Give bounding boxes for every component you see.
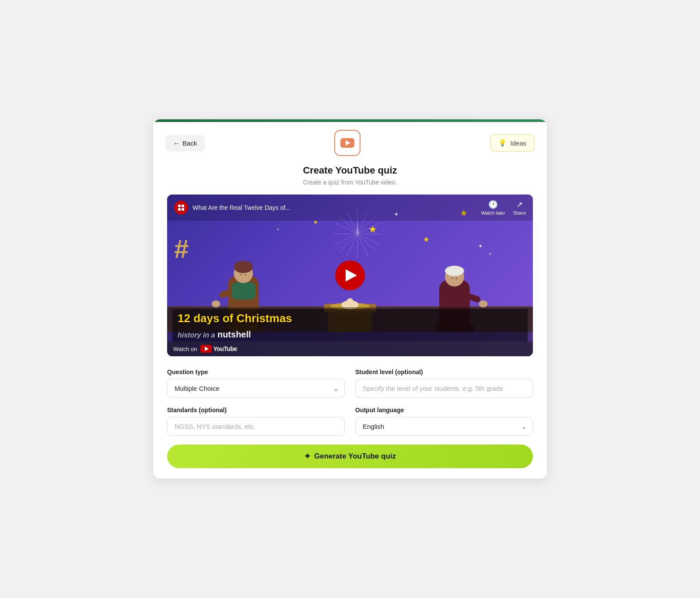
youtube-play-icon	[340, 138, 354, 148]
share-ctrl[interactable]: ↗ Share	[513, 200, 526, 216]
svg-point-41	[445, 266, 464, 276]
svg-point-42	[452, 278, 453, 279]
page-container: ← Back 💡 Ideas Create YouTube quiz Creat…	[153, 119, 547, 479]
back-button[interactable]: ← Back	[165, 135, 205, 151]
svg-point-26	[234, 261, 253, 273]
svg-rect-18	[182, 205, 184, 207]
svg-line-10	[335, 223, 357, 234]
youtube-icon-box	[334, 130, 360, 156]
video-container[interactable]: ★ ✦ ★ ★ ✦ ★ + +	[167, 195, 533, 356]
star-decoration: +	[277, 227, 280, 232]
svg-point-45	[479, 300, 488, 307]
watch-later-ctrl[interactable]: 🕐 Watch later	[481, 200, 505, 216]
svg-point-35	[346, 298, 354, 305]
student-level-label: Student level (optional)	[355, 369, 533, 375]
back-arrow-icon: ←	[173, 139, 180, 147]
nutshell-text: history in a nutshell	[172, 328, 528, 341]
generate-button[interactable]: ✦ Generate YouTube quiz	[167, 445, 533, 468]
question-type-group: Question type Multiple Choice True/False…	[167, 369, 345, 398]
svg-point-27	[240, 274, 242, 275]
channel-icon	[174, 201, 188, 215]
output-language-label: Output language	[355, 407, 533, 414]
output-language-group: Output language English Spanish French G…	[355, 407, 533, 436]
output-language-select[interactable]: English Spanish French German Chinese	[355, 417, 533, 436]
back-label: Back	[182, 139, 197, 147]
watch-later-label: Watch later	[481, 210, 505, 216]
svg-line-12	[357, 223, 380, 234]
question-type-label: Question type	[167, 369, 345, 375]
page-subtitle: Create a quiz from YouTube video.	[153, 179, 547, 186]
form-section: Question type Multiple Choice True/False…	[153, 369, 547, 479]
generate-label: Generate YouTube quiz	[314, 452, 396, 461]
svg-point-43	[456, 278, 458, 279]
form-row-2: Standards (optional) Output language Eng…	[167, 407, 533, 436]
standards-label: Standards (optional)	[167, 407, 345, 414]
bulb-icon: 💡	[498, 139, 507, 147]
question-type-select[interactable]: Multiple Choice True/False Short Answer	[167, 379, 345, 398]
yt-logo-icon	[200, 345, 212, 353]
page-title: Create YouTube quiz	[153, 165, 547, 176]
svg-rect-17	[178, 205, 181, 207]
watch-on-text: Watch on	[173, 346, 197, 352]
svg-rect-19	[178, 208, 181, 211]
header: ← Back 💡 Ideas	[153, 122, 547, 160]
svg-rect-24	[231, 282, 256, 300]
student-level-input[interactable]	[355, 379, 533, 398]
video-bottom-overlay: 12 days of Christmas history in a nutshe…	[167, 307, 533, 356]
standards-group: Standards (optional)	[167, 407, 345, 436]
yt-logo: YouTube	[200, 345, 237, 353]
svg-point-28	[245, 274, 246, 275]
video-title-bar: What Are the Real Twelve Days of... 🕐 Wa…	[167, 195, 533, 221]
play-button[interactable]	[335, 261, 365, 290]
ideas-button[interactable]: 💡 Ideas	[490, 134, 535, 152]
ideas-label: Ideas	[510, 139, 526, 147]
watch-on-bar: Watch on YouTube	[167, 341, 533, 356]
yt-logo-text: YouTube	[213, 345, 237, 352]
student-level-group: Student level (optional)	[355, 369, 533, 398]
share-icon: ↗	[516, 200, 523, 209]
standards-input[interactable]	[167, 417, 345, 436]
sparkle-icon: ✦	[304, 452, 311, 461]
clock-icon: 🕐	[488, 200, 498, 209]
video-background: ★ ✦ ★ ★ ✦ ★ + +	[167, 195, 533, 356]
svg-point-30	[212, 300, 220, 307]
share-label: Share	[513, 210, 526, 216]
form-row-1: Question type Multiple Choice True/False…	[167, 369, 533, 398]
video-controls-right: 🕐 Watch later ↗ Share	[481, 200, 526, 216]
christmas-text: 12 days of Christmas	[172, 309, 528, 328]
svg-rect-20	[182, 208, 184, 211]
output-language-select-wrapper: English Spanish French German Chinese ⌄	[355, 417, 533, 436]
video-title: What Are the Real Twelve Days of...	[192, 204, 476, 211]
title-section: Create YouTube quiz Create a quiz from Y…	[153, 160, 547, 195]
question-type-select-wrapper: Multiple Choice True/False Short Answer …	[167, 379, 345, 398]
